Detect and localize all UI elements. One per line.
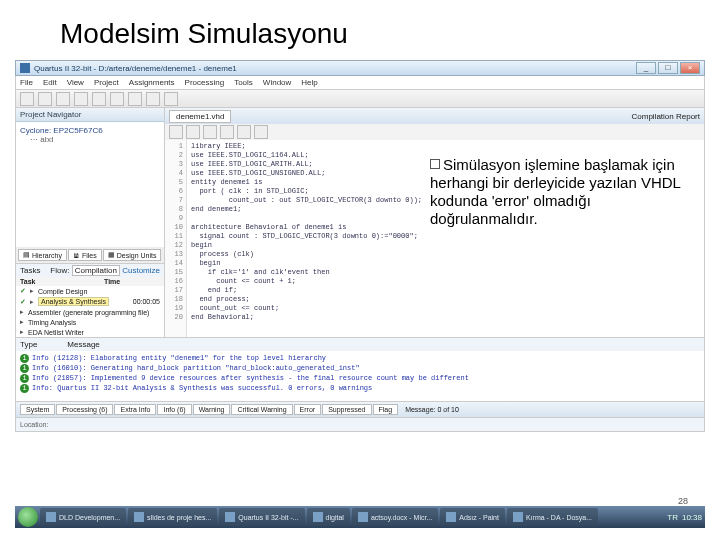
minimize-button[interactable]: _ [636, 62, 656, 74]
msg-tab-info[interactable]: Info (6) [157, 404, 191, 415]
menu-bar: File Edit View Project Assignments Proce… [15, 76, 705, 90]
design-icon: ▦ [108, 251, 115, 259]
msg-tab-warning[interactable]: Warning [193, 404, 231, 415]
ed-icon[interactable] [169, 125, 183, 139]
ed-icon[interactable] [237, 125, 251, 139]
app-icon [313, 512, 323, 522]
taskbar-item[interactable]: actsoy.docx - Micr... [352, 508, 438, 526]
status-bar: Location: [15, 418, 705, 432]
task-row[interactable]: ▸Assembler (generate programming file) [16, 307, 164, 317]
app-icon [134, 512, 144, 522]
editor-toolbar [165, 124, 704, 140]
taskbar-item[interactable]: Adsız - Paint [440, 508, 505, 526]
start-button[interactable] [18, 507, 38, 527]
project-navigator-body[interactable]: Cyclone: EP2C5F67C6 ⋯ abd [16, 122, 164, 247]
ed-icon[interactable] [203, 125, 217, 139]
tab-design[interactable]: ▦Design Units [103, 249, 162, 261]
overlay-note: Simülasyon işlemine başlamak için herhan… [424, 152, 694, 232]
title-bar[interactable]: Quartus II 32-bit - D:/artera/deneme/den… [15, 60, 705, 76]
messages-body[interactable]: iInfo (12128): Elaborating entity "denem… [16, 351, 704, 401]
menu-project[interactable]: Project [94, 78, 119, 87]
app-icon [225, 512, 235, 522]
task-row[interactable]: ✓▸Analysis & Synthesis00:00:05 [16, 296, 164, 307]
message-tabs: System Processing (6) Extra Info Info (6… [15, 402, 705, 418]
app-icon [46, 512, 56, 522]
taskbar-item[interactable]: DLD Developmen... [40, 508, 126, 526]
msg-tab-suppressed[interactable]: Suppressed [322, 404, 371, 415]
menu-window[interactable]: Window [263, 78, 291, 87]
menu-view[interactable]: View [67, 78, 84, 87]
copy-icon[interactable] [110, 92, 124, 106]
open-icon[interactable] [38, 92, 52, 106]
flow-select[interactable]: Compilation [72, 265, 120, 276]
msg-tab-error[interactable]: Error [294, 404, 322, 415]
main-toolbar [15, 90, 705, 108]
project-navigator-title: Project Navigator [16, 108, 164, 122]
save-icon[interactable] [56, 92, 70, 106]
task-row[interactable]: ▸Timing Analysis [16, 317, 164, 327]
quartus-window: Quartus II 32-bit - D:/artera/deneme/den… [15, 60, 705, 510]
ed-icon[interactable] [186, 125, 200, 139]
msg-tab-critical[interactable]: Critical Warning [231, 404, 292, 415]
menu-file[interactable]: File [20, 78, 33, 87]
menu-edit[interactable]: Edit [43, 78, 57, 87]
clock[interactable]: 10:38 [682, 513, 702, 522]
msg-tab-processing[interactable]: Processing (6) [56, 404, 113, 415]
slide-title: Modelsim Simulasyonu [0, 0, 720, 60]
messages-col-message: Message [67, 340, 99, 349]
msg-tab-system[interactable]: System [20, 404, 55, 415]
messages-col-type: Type [20, 340, 37, 349]
task-row[interactable]: ✓▸Compile Design [16, 286, 164, 296]
app-icon [20, 63, 30, 73]
compilation-report-tab[interactable]: Compilation Report [632, 112, 700, 121]
message-count: Message: 0 of 10 [405, 406, 459, 413]
ed-icon[interactable] [220, 125, 234, 139]
maximize-button[interactable]: □ [658, 62, 678, 74]
files-icon: 🗎 [73, 252, 80, 259]
redo-icon[interactable] [164, 92, 178, 106]
ed-icon[interactable] [254, 125, 268, 139]
cut-icon[interactable] [92, 92, 106, 106]
undo-icon[interactable] [146, 92, 160, 106]
msg-tab-extra[interactable]: Extra Info [114, 404, 156, 415]
editor-file-tab[interactable]: deneme1.vhd [169, 110, 231, 123]
windows-taskbar: DLD Developmen... slides de proje hes...… [15, 506, 705, 528]
lang-indicator[interactable]: TR [667, 513, 678, 522]
new-icon[interactable] [20, 92, 34, 106]
app-icon [358, 512, 368, 522]
taskbar-item[interactable]: digital [307, 508, 350, 526]
menu-assignments[interactable]: Assignments [129, 78, 175, 87]
menu-processing[interactable]: Processing [185, 78, 225, 87]
tasks-title: Tasks [20, 266, 40, 275]
app-icon [446, 512, 456, 522]
app-icon [513, 512, 523, 522]
tab-files[interactable]: 🗎Files [68, 249, 102, 261]
close-button[interactable]: × [680, 62, 700, 74]
task-row[interactable]: ▸EDA Netlist Writer [16, 327, 164, 337]
customize-link[interactable]: Customize [122, 266, 160, 275]
tab-hierarchy[interactable]: ▤Hierarchy [18, 249, 67, 261]
taskbar-item[interactable]: Kırma - DA - Dosya... [507, 508, 598, 526]
slide-number: 28 [678, 496, 688, 506]
taskbar-item[interactable]: Quartus II 32-bit -... [219, 508, 304, 526]
paste-icon[interactable] [128, 92, 142, 106]
bullet-icon [430, 159, 440, 169]
taskbar-item[interactable]: slides de proje hes... [128, 508, 217, 526]
hierarchy-icon: ▤ [23, 251, 30, 259]
msg-tab-flag[interactable]: Flag [373, 404, 399, 415]
print-icon[interactable] [74, 92, 88, 106]
menu-tools[interactable]: Tools [234, 78, 253, 87]
window-title: Quartus II 32-bit - D:/artera/deneme/den… [34, 64, 636, 73]
menu-help[interactable]: Help [301, 78, 317, 87]
device-label: Cyclone: EP2C5F67C6 [20, 126, 160, 135]
